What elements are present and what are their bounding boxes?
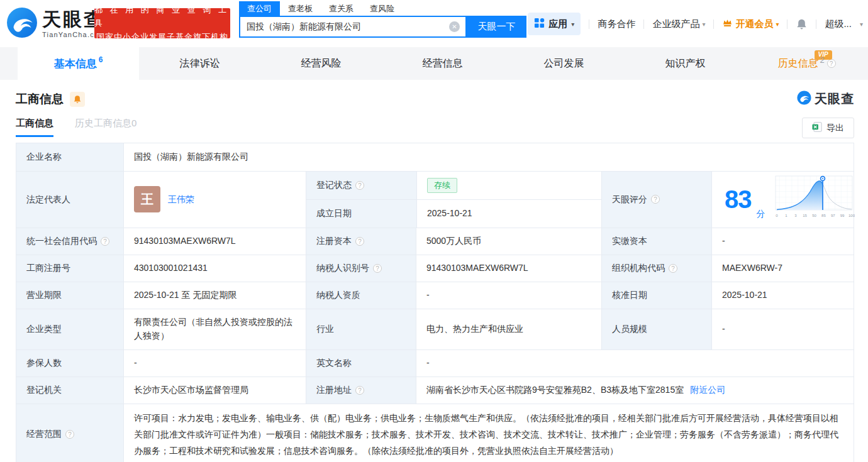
apps-menu[interactable]: 应用 ▾ xyxy=(528,13,581,35)
tab-operation-info-label: 经营信息 xyxy=(423,57,463,70)
search-tab-boss[interactable]: 查老板 xyxy=(280,1,321,16)
legal-rep-cell: 王 王伟荣 xyxy=(123,172,306,228)
excel-icon xyxy=(812,122,822,134)
table-row: 法定代表人 王 王伟荣 登记状态 ? 存续 成立日期 2025-10-2 xyxy=(16,171,854,228)
subscribe-bell-icon[interactable] xyxy=(70,92,85,107)
status-badge: 存续 xyxy=(427,178,457,193)
business-scope-text: 许可项目：水力发电；发电业务、输电业务、供（配）电业务；供电业务；生物质燃气生产… xyxy=(134,410,843,459)
svg-text:15: 15 xyxy=(803,214,807,217)
taxpayer-id-value: 91430103MAEXW6RW7L xyxy=(416,255,601,282)
taxpayer-quality-value: - xyxy=(416,282,601,309)
taxpayer-id-label: 纳税人识别号 xyxy=(316,261,369,275)
divider xyxy=(787,19,787,29)
score-value: 83 xyxy=(725,187,752,212)
legal-rep-link[interactable]: 王伟荣 xyxy=(168,193,194,207)
divider xyxy=(816,19,816,29)
staff-size-label: 人员规模 xyxy=(601,309,711,349)
nav-business-cooperation[interactable]: 商务合作 xyxy=(598,18,635,30)
tianyancha-page: 天眼查 TianYanCha.com 都 在 用 的 商 业 查 询 工 具 国… xyxy=(0,0,868,462)
staff-size-value: - xyxy=(711,309,854,349)
industry-label: 行业 xyxy=(306,309,416,349)
svg-text:97: 97 xyxy=(830,214,835,217)
nav-enterprise-products[interactable]: 企业级产品 ▾ xyxy=(652,18,705,30)
search-tab-company[interactable]: 查公司 xyxy=(239,1,280,16)
nearby-companies-link[interactable]: 附近公司 xyxy=(690,383,725,397)
table-row: 登记机关 长沙市天心区市场监督管理局 注册地址 ? 湖南省长沙市天心区书院路9号… xyxy=(16,377,854,404)
export-button[interactable]: 导出 xyxy=(802,118,854,138)
company-type-label: 企业类型 xyxy=(16,309,123,349)
help-icon[interactable]: ? xyxy=(355,386,364,395)
clear-search-icon[interactable]: ✕ xyxy=(449,21,460,32)
reg-authority-value: 长沙市天心区市场监督管理局 xyxy=(123,377,306,404)
taxpayer-quality-label: 纳税人资质 xyxy=(306,282,416,309)
approval-date-value: 2025-10-21 xyxy=(711,282,854,309)
svg-text:0: 0 xyxy=(776,214,778,217)
industry-value: 电力、热力生产和供应业 xyxy=(416,309,601,349)
est-date-value: 2025-10-21 xyxy=(416,200,601,228)
svg-text:100: 100 xyxy=(848,214,854,217)
notification-bell-icon[interactable] xyxy=(796,18,808,30)
english-name-value: - xyxy=(416,350,854,377)
reg-address-value: 湖南省长沙市天心区书院路9号安玺雅苑B2、B3栋及地下室2815室 xyxy=(426,383,684,397)
search-input[interactable] xyxy=(240,22,449,32)
help-icon[interactable]: ? xyxy=(827,59,836,68)
reg-number-label: 工商注册号 xyxy=(16,255,123,282)
subtab-business-info[interactable]: 工商信息 xyxy=(16,118,53,137)
reg-address-label-cell: 注册地址 ? xyxy=(306,377,416,404)
chevron-down-icon[interactable]: ▾ xyxy=(860,21,863,28)
help-icon[interactable]: ? xyxy=(355,237,364,246)
tianyancha-logo[interactable]: 天眼查 TianYanCha.com xyxy=(6,7,106,41)
tab-basic-info[interactable]: 基本信息 6 xyxy=(18,47,139,80)
score-cell: 83 分 xyxy=(711,172,854,228)
search-button[interactable]: 天眼一下 xyxy=(467,16,526,38)
nav-enterprise-products-label: 企业级产品 xyxy=(652,18,699,30)
tab-company-development-label: 公司发展 xyxy=(544,57,584,70)
legal-rep-avatar[interactable]: 王 xyxy=(134,186,160,212)
promo-banner-line2: 国家中小企业发展子基金旗下机构 xyxy=(96,30,228,43)
company-detail-tabs: 基本信息 6 法律诉讼 经营风险 经营信息 公司发展 知识产权 VIP 历史信息… xyxy=(0,47,868,80)
table-row: 经营范围 ? 许可项目：水力发电；发电业务、输电业务、供（配）电业务；供电业务；… xyxy=(16,404,854,462)
promo-banner-line1: 都 在 用 的 商 业 查 询 工 具 xyxy=(94,3,230,30)
tab-intellectual-property[interactable]: 知识产权 xyxy=(625,47,746,80)
divider xyxy=(713,19,714,29)
help-icon[interactable]: ? xyxy=(669,264,677,273)
apps-grid-icon xyxy=(534,18,545,30)
taxpayer-id-label-cell: 纳税人识别号 ? xyxy=(306,255,416,282)
approval-date-label: 核准日期 xyxy=(601,282,711,309)
reg-capital-value: 5000万人民币 xyxy=(416,228,601,255)
table-row: 参保人数 - 英文名称 - xyxy=(16,349,854,377)
reg-capital-label: 注册资本 xyxy=(316,234,352,248)
nav-user-menu[interactable]: 超级... xyxy=(825,18,852,30)
company-type-value: 有限责任公司（非自然人投资或控股的法人独资） xyxy=(123,309,306,349)
insured-count-label: 参保人数 xyxy=(16,350,123,377)
svg-text:99: 99 xyxy=(840,214,844,217)
help-icon[interactable]: ? xyxy=(65,430,74,439)
svg-text:85: 85 xyxy=(821,214,826,217)
tab-basic-info-count: 6 xyxy=(99,55,103,64)
top-header: 天眼查 TianYanCha.com 都 在 用 的 商 业 查 询 工 具 国… xyxy=(0,0,868,47)
section-header: 工商信息 天眼查 xyxy=(0,80,868,107)
score-label-cell: 天眼评分 ? xyxy=(601,172,711,228)
svg-text:1: 1 xyxy=(785,214,787,217)
reg-status-label: 登记状态 xyxy=(316,179,352,192)
tab-operation-info[interactable]: 经营信息 xyxy=(382,47,503,80)
search-type-tabs: 查公司 查老板 查关系 查风险 xyxy=(239,1,526,16)
reg-status-label-cell: 登记状态 ? xyxy=(306,172,416,199)
tab-operation-risk[interactable]: 经营风险 xyxy=(260,47,382,80)
help-icon[interactable]: ? xyxy=(355,181,364,190)
tab-company-development[interactable]: 公司发展 xyxy=(503,47,625,80)
nav-open-vip[interactable]: 开通会员 ▾ xyxy=(722,18,779,30)
tab-history-info[interactable]: VIP 历史信息 2 ? xyxy=(746,47,867,80)
reg-address-cell: 湖南省长沙市天心区书院路9号安玺雅苑B2、B3栋及地下室2815室 附近公司 xyxy=(416,377,854,404)
crown-icon xyxy=(722,18,733,30)
org-code-value: MAEXW6RW-7 xyxy=(711,255,854,282)
paid-capital-value: - xyxy=(711,228,854,255)
search-tab-risk[interactable]: 查风险 xyxy=(362,1,403,16)
tab-legal-proceedings[interactable]: 法律诉讼 xyxy=(139,47,260,80)
help-icon[interactable]: ? xyxy=(651,195,660,204)
help-icon[interactable]: ? xyxy=(373,264,382,273)
org-code-label: 组织机构代码 xyxy=(612,261,665,275)
help-icon[interactable]: ? xyxy=(101,237,109,246)
subtab-history-business-info[interactable]: 历史工商信息0 xyxy=(75,118,136,135)
search-tab-relation[interactable]: 查关系 xyxy=(321,1,362,16)
